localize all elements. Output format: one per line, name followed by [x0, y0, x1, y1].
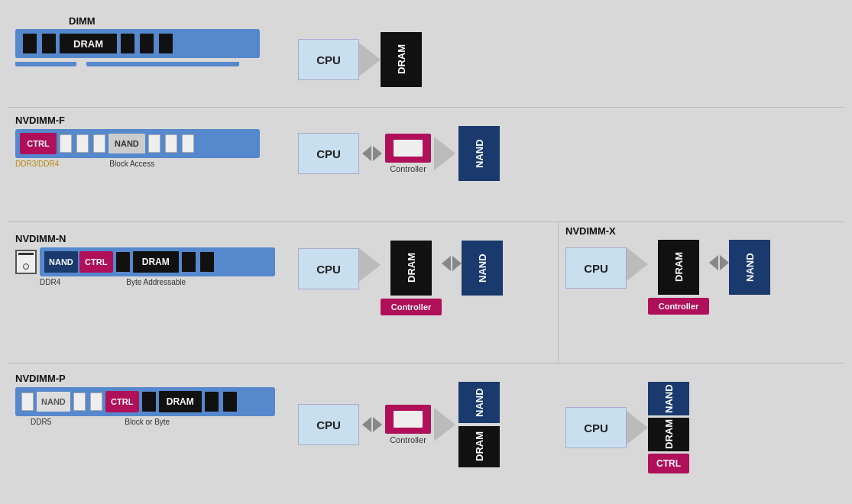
nvdimm-n-title: NVDIMM-N — [15, 233, 275, 244]
nvdimm-p-right-nand: NAND — [648, 382, 689, 415]
nvdimm-f-cpu: CPU — [298, 133, 359, 174]
dimm-title: DIMM — [69, 15, 96, 27]
nvdimm-f-section: NVDIMM-F CTRL NAND DDR3/DDR4 Block Acces… — [15, 115, 260, 168]
nvdimm-p-double-arrow — [362, 417, 382, 432]
nvdimm-n-dram-box: DRAM — [390, 241, 432, 296]
nvdimm-n-cpu: CPU — [298, 248, 359, 289]
nvdimm-x-dram-box: DRAM — [658, 240, 699, 295]
nvdimm-p-title: NVDIMM-P — [15, 373, 275, 384]
nvdimm-p-nand: NAND — [37, 392, 70, 412]
nvdimm-p-arrow-right — [434, 408, 455, 441]
nvdimm-p-cpu: CPU — [298, 404, 359, 445]
nvdimm-x-title: NVDIMM-X — [565, 225, 770, 237]
divider-2 — [8, 221, 844, 222]
nvdimm-p-diagram: CPU Controller NAND DRAM — [298, 382, 500, 467]
nvdimm-p-right-arrow — [627, 411, 648, 444]
nvdimm-p-ctrl-inner — [394, 411, 423, 428]
nvdimm-p-dram: DRAM — [159, 391, 202, 412]
nvdimm-n-nand: NAND — [44, 251, 78, 273]
nvdimm-f-module: CTRL NAND DDR3/DDR4 Block Access — [15, 129, 260, 168]
nvdimm-f-title: NVDIMM-F — [15, 115, 260, 126]
vertical-divider — [558, 221, 559, 363]
nvdimm-x-arrow — [627, 247, 648, 281]
nvdimm-f-arrow-right — [434, 137, 455, 170]
nvdimm-n-dram: DRAM — [133, 251, 179, 273]
nvdimm-n-sublabels: DDR4 Byte Addressable — [15, 278, 275, 286]
nvdimm-f-ctrl-box — [385, 134, 431, 163]
nvdimm-f-sublabels: DDR3/DDR4 Block Access — [15, 160, 260, 168]
dimm-cpu: CPU — [298, 39, 359, 80]
nvdimm-x-double-arrow — [709, 255, 729, 270]
nvdimm-x-diagram: CPU DRAM Controller NAND — [565, 240, 770, 315]
nvdimm-f-diagram: CPU Controller NAND — [298, 126, 500, 181]
nvdimm-p-ctrl-block: Controller — [385, 405, 431, 444]
nvdimm-p-sublabels: DDR5 Block or Byte — [15, 418, 275, 426]
nvdimm-x-nand-box: NAND — [729, 240, 770, 295]
divider-1 — [8, 107, 844, 108]
nvdimm-p-section: NVDIMM-P NAND CTRL DRAM DDR5 Block or By… — [15, 373, 275, 426]
dimm-module: DRAM — [15, 29, 260, 69]
nvdimm-n-ctrl-box: Controller — [381, 299, 442, 315]
nvdimm-f-controller-block: Controller — [385, 134, 431, 173]
nvdimm-n-dram-stack: DRAM Controller — [381, 241, 442, 315]
nvdimm-n-backup-icon — [15, 250, 37, 274]
nvdimm-p-right-ctrl: CTRL — [648, 454, 689, 473]
dimm-dram-label: DRAM — [60, 34, 117, 53]
nvdimm-p-right-cpu: CPU — [565, 407, 627, 448]
nvdimm-n-ctrl: CTRL — [79, 251, 113, 273]
nvdimm-p-right-stack: NAND DRAM CTRL — [648, 382, 689, 473]
nvdimm-x-cpu: CPU — [565, 247, 627, 289]
nvdimm-p-nand-box: NAND — [458, 382, 500, 423]
nvdimm-f-nand: NAND — [458, 126, 500, 181]
nvdimm-p-ctrl-box — [385, 405, 431, 434]
dimm-diagram: CPU DRAM — [298, 32, 422, 87]
nvdimm-p-right-dram: DRAM — [648, 418, 689, 451]
nvdimm-x-ctrl-box: Controller — [648, 298, 709, 315]
nvdimm-p-ctrl: CTRL — [105, 391, 139, 412]
nvdimm-f-ctrl-inner — [394, 140, 423, 157]
nvdimm-f-double-arrow — [362, 146, 382, 161]
nvdimm-p-module: NAND CTRL DRAM DDR5 Block or Byte — [15, 387, 275, 426]
nvdimm-n-double-arrow — [442, 256, 462, 271]
nvdimm-x-section: NVDIMM-X CPU DRAM Controller NAND — [565, 225, 770, 315]
nvdimm-n-arrow — [359, 248, 381, 282]
nvdimm-n-nand-box: NAND — [462, 241, 503, 296]
nvdimm-p-dram-box: DRAM — [458, 426, 500, 467]
nvdimm-f-nand-label: NAND — [109, 134, 145, 153]
dimm-dram: DRAM — [381, 32, 422, 87]
nvdimm-x-dram-stack: DRAM Controller — [648, 240, 709, 315]
nvdimm-n-module: NAND CTRL DRAM DDR4 Byte Addressable — [15, 247, 275, 286]
divider-3 — [8, 363, 844, 363]
nvdimm-n-section: NVDIMM-N NAND CTRL DRAM DDR4 Byte Addres… — [15, 233, 275, 286]
nvdimm-f-ctrl: CTRL — [20, 133, 57, 154]
nvdimm-n-diagram: CPU DRAM Controller NAND — [298, 241, 503, 315]
nvdimm-p-right-diagram: CPU NAND DRAM CTRL — [565, 382, 689, 473]
nvdimm-p-stacked-boxes: NAND DRAM — [458, 382, 500, 467]
